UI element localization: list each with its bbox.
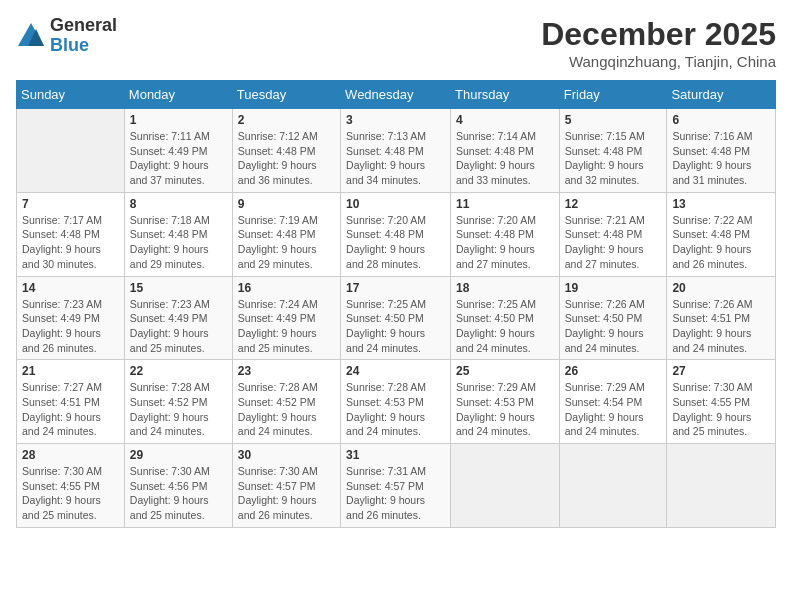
page-header: General Blue December 2025 Wangqinzhuang… xyxy=(16,16,776,70)
day-info: Sunrise: 7:23 AM Sunset: 4:49 PM Dayligh… xyxy=(130,297,227,356)
day-number: 30 xyxy=(238,448,335,462)
day-cell: 13Sunrise: 7:22 AM Sunset: 4:48 PM Dayli… xyxy=(667,192,776,276)
day-info: Sunrise: 7:28 AM Sunset: 4:52 PM Dayligh… xyxy=(238,380,335,439)
day-cell: 25Sunrise: 7:29 AM Sunset: 4:53 PM Dayli… xyxy=(451,360,560,444)
day-info: Sunrise: 7:25 AM Sunset: 4:50 PM Dayligh… xyxy=(456,297,554,356)
day-cell: 23Sunrise: 7:28 AM Sunset: 4:52 PM Dayli… xyxy=(232,360,340,444)
day-info: Sunrise: 7:23 AM Sunset: 4:49 PM Dayligh… xyxy=(22,297,119,356)
day-info: Sunrise: 7:30 AM Sunset: 4:57 PM Dayligh… xyxy=(238,464,335,523)
day-cell: 10Sunrise: 7:20 AM Sunset: 4:48 PM Dayli… xyxy=(341,192,451,276)
day-info: Sunrise: 7:22 AM Sunset: 4:48 PM Dayligh… xyxy=(672,213,770,272)
day-info: Sunrise: 7:19 AM Sunset: 4:48 PM Dayligh… xyxy=(238,213,335,272)
day-number: 28 xyxy=(22,448,119,462)
day-info: Sunrise: 7:14 AM Sunset: 4:48 PM Dayligh… xyxy=(456,129,554,188)
day-number: 23 xyxy=(238,364,335,378)
day-number: 26 xyxy=(565,364,662,378)
logo-blue: Blue xyxy=(50,36,117,56)
day-cell: 17Sunrise: 7:25 AM Sunset: 4:50 PM Dayli… xyxy=(341,276,451,360)
day-info: Sunrise: 7:16 AM Sunset: 4:48 PM Dayligh… xyxy=(672,129,770,188)
day-cell: 2Sunrise: 7:12 AM Sunset: 4:48 PM Daylig… xyxy=(232,109,340,193)
day-info: Sunrise: 7:20 AM Sunset: 4:48 PM Dayligh… xyxy=(456,213,554,272)
day-info: Sunrise: 7:30 AM Sunset: 4:56 PM Dayligh… xyxy=(130,464,227,523)
day-number: 13 xyxy=(672,197,770,211)
day-number: 9 xyxy=(238,197,335,211)
day-info: Sunrise: 7:29 AM Sunset: 4:53 PM Dayligh… xyxy=(456,380,554,439)
day-cell: 20Sunrise: 7:26 AM Sunset: 4:51 PM Dayli… xyxy=(667,276,776,360)
day-cell: 3Sunrise: 7:13 AM Sunset: 4:48 PM Daylig… xyxy=(341,109,451,193)
day-info: Sunrise: 7:26 AM Sunset: 4:50 PM Dayligh… xyxy=(565,297,662,356)
day-number: 5 xyxy=(565,113,662,127)
day-cell: 16Sunrise: 7:24 AM Sunset: 4:49 PM Dayli… xyxy=(232,276,340,360)
day-cell: 15Sunrise: 7:23 AM Sunset: 4:49 PM Dayli… xyxy=(124,276,232,360)
day-cell: 5Sunrise: 7:15 AM Sunset: 4:48 PM Daylig… xyxy=(559,109,667,193)
day-info: Sunrise: 7:21 AM Sunset: 4:48 PM Dayligh… xyxy=(565,213,662,272)
weekday-header-friday: Friday xyxy=(559,81,667,109)
day-number: 18 xyxy=(456,281,554,295)
day-number: 1 xyxy=(130,113,227,127)
day-info: Sunrise: 7:11 AM Sunset: 4:49 PM Dayligh… xyxy=(130,129,227,188)
day-number: 20 xyxy=(672,281,770,295)
day-number: 17 xyxy=(346,281,445,295)
title-block: December 2025 Wangqinzhuang, Tianjin, Ch… xyxy=(541,16,776,70)
month-title: December 2025 xyxy=(541,16,776,53)
day-cell: 19Sunrise: 7:26 AM Sunset: 4:50 PM Dayli… xyxy=(559,276,667,360)
weekday-header-tuesday: Tuesday xyxy=(232,81,340,109)
day-number: 21 xyxy=(22,364,119,378)
day-number: 29 xyxy=(130,448,227,462)
day-cell: 26Sunrise: 7:29 AM Sunset: 4:54 PM Dayli… xyxy=(559,360,667,444)
day-info: Sunrise: 7:29 AM Sunset: 4:54 PM Dayligh… xyxy=(565,380,662,439)
week-row-1: 1Sunrise: 7:11 AM Sunset: 4:49 PM Daylig… xyxy=(17,109,776,193)
day-info: Sunrise: 7:30 AM Sunset: 4:55 PM Dayligh… xyxy=(672,380,770,439)
day-info: Sunrise: 7:31 AM Sunset: 4:57 PM Dayligh… xyxy=(346,464,445,523)
day-number: 15 xyxy=(130,281,227,295)
week-row-3: 14Sunrise: 7:23 AM Sunset: 4:49 PM Dayli… xyxy=(17,276,776,360)
day-number: 31 xyxy=(346,448,445,462)
day-cell: 12Sunrise: 7:21 AM Sunset: 4:48 PM Dayli… xyxy=(559,192,667,276)
day-number: 11 xyxy=(456,197,554,211)
day-info: Sunrise: 7:20 AM Sunset: 4:48 PM Dayligh… xyxy=(346,213,445,272)
day-cell: 30Sunrise: 7:30 AM Sunset: 4:57 PM Dayli… xyxy=(232,444,340,528)
week-row-5: 28Sunrise: 7:30 AM Sunset: 4:55 PM Dayli… xyxy=(17,444,776,528)
day-info: Sunrise: 7:30 AM Sunset: 4:55 PM Dayligh… xyxy=(22,464,119,523)
day-cell: 29Sunrise: 7:30 AM Sunset: 4:56 PM Dayli… xyxy=(124,444,232,528)
day-info: Sunrise: 7:12 AM Sunset: 4:48 PM Dayligh… xyxy=(238,129,335,188)
logo-icon xyxy=(16,21,46,51)
day-cell: 11Sunrise: 7:20 AM Sunset: 4:48 PM Dayli… xyxy=(451,192,560,276)
week-row-4: 21Sunrise: 7:27 AM Sunset: 4:51 PM Dayli… xyxy=(17,360,776,444)
day-info: Sunrise: 7:18 AM Sunset: 4:48 PM Dayligh… xyxy=(130,213,227,272)
weekday-header-saturday: Saturday xyxy=(667,81,776,109)
day-cell: 22Sunrise: 7:28 AM Sunset: 4:52 PM Dayli… xyxy=(124,360,232,444)
calendar-table: SundayMondayTuesdayWednesdayThursdayFrid… xyxy=(16,80,776,528)
day-number: 2 xyxy=(238,113,335,127)
day-number: 24 xyxy=(346,364,445,378)
day-cell: 7Sunrise: 7:17 AM Sunset: 4:48 PM Daylig… xyxy=(17,192,125,276)
day-number: 4 xyxy=(456,113,554,127)
day-info: Sunrise: 7:28 AM Sunset: 4:52 PM Dayligh… xyxy=(130,380,227,439)
day-cell: 27Sunrise: 7:30 AM Sunset: 4:55 PM Dayli… xyxy=(667,360,776,444)
weekday-header-monday: Monday xyxy=(124,81,232,109)
day-number: 3 xyxy=(346,113,445,127)
day-cell: 4Sunrise: 7:14 AM Sunset: 4:48 PM Daylig… xyxy=(451,109,560,193)
weekday-header-thursday: Thursday xyxy=(451,81,560,109)
day-cell: 18Sunrise: 7:25 AM Sunset: 4:50 PM Dayli… xyxy=(451,276,560,360)
day-cell: 31Sunrise: 7:31 AM Sunset: 4:57 PM Dayli… xyxy=(341,444,451,528)
day-info: Sunrise: 7:27 AM Sunset: 4:51 PM Dayligh… xyxy=(22,380,119,439)
day-number: 27 xyxy=(672,364,770,378)
day-info: Sunrise: 7:13 AM Sunset: 4:48 PM Dayligh… xyxy=(346,129,445,188)
day-info: Sunrise: 7:26 AM Sunset: 4:51 PM Dayligh… xyxy=(672,297,770,356)
day-number: 25 xyxy=(456,364,554,378)
day-number: 6 xyxy=(672,113,770,127)
day-cell: 8Sunrise: 7:18 AM Sunset: 4:48 PM Daylig… xyxy=(124,192,232,276)
day-number: 12 xyxy=(565,197,662,211)
day-cell: 14Sunrise: 7:23 AM Sunset: 4:49 PM Dayli… xyxy=(17,276,125,360)
day-number: 14 xyxy=(22,281,119,295)
weekday-header-row: SundayMondayTuesdayWednesdayThursdayFrid… xyxy=(17,81,776,109)
day-cell: 9Sunrise: 7:19 AM Sunset: 4:48 PM Daylig… xyxy=(232,192,340,276)
day-info: Sunrise: 7:28 AM Sunset: 4:53 PM Dayligh… xyxy=(346,380,445,439)
week-row-2: 7Sunrise: 7:17 AM Sunset: 4:48 PM Daylig… xyxy=(17,192,776,276)
day-cell: 6Sunrise: 7:16 AM Sunset: 4:48 PM Daylig… xyxy=(667,109,776,193)
day-cell: 28Sunrise: 7:30 AM Sunset: 4:55 PM Dayli… xyxy=(17,444,125,528)
day-cell xyxy=(17,109,125,193)
day-cell xyxy=(667,444,776,528)
day-cell: 24Sunrise: 7:28 AM Sunset: 4:53 PM Dayli… xyxy=(341,360,451,444)
